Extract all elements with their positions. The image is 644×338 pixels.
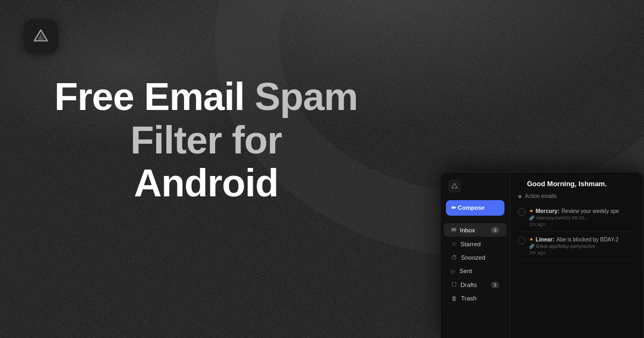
section-diamond-icon: ◆: [518, 193, 522, 199]
email-subject-2: Abe is blocked by BDAY-2: [557, 237, 619, 243]
main-content: ✳ Good Morning, Ishmam. ◆ Action emails …: [510, 172, 643, 338]
email-sender-1: Mercury:: [536, 208, 559, 214]
svg-marker-2: [452, 183, 458, 188]
greeting-row: ✳ Good Morning, Ishmam.: [518, 180, 636, 188]
section-label-row: ◆ Action emails: [518, 193, 636, 199]
drafts-icon: ☐: [451, 281, 457, 288]
nav-item-snoozed[interactable]: ⏱ Snoozed: [444, 251, 507, 264]
nav-item-starred[interactable]: ☆ Starred: [444, 237, 507, 251]
main-headline: Good Morning, Ishmam. Free Email Spam Fi…: [24, 75, 389, 205]
email-star-1: ★: [529, 208, 533, 214]
compose-button[interactable]: ✏ Compose: [446, 200, 504, 216]
drafts-label: Drafts: [460, 282, 477, 288]
nav-item-inbox[interactable]: ✉ Inbox 3: [444, 223, 507, 237]
snoozed-icon: ⏱: [451, 254, 457, 261]
email-link-1: 🔗 mercury.com/01-08-23...: [529, 215, 636, 221]
trash-label: Trash: [461, 295, 477, 302]
email-link-2: 🔗 linear.app/bday-party/active: [529, 244, 636, 249]
email-time-1: 2m ago: [529, 222, 636, 227]
logo-wrapper: [24, 19, 58, 54]
nav-item-trash[interactable]: 🗑 Trash: [444, 292, 507, 305]
email-content-1: ★ Mercury: Review your weekly spe 🔗 merc…: [529, 208, 636, 227]
snoozed-label: Snoozed: [461, 254, 485, 261]
logo-icon: [32, 28, 49, 45]
email-subject-1: Review your weekly spe: [561, 208, 619, 214]
sent-label: Sent: [459, 268, 472, 274]
greeting-text: Good Morning, Ishmam.: [527, 180, 607, 188]
inbox-label: Inbox: [460, 227, 475, 233]
app-mockup: ✏ Compose ✉ Inbox 3 ☆ Starred ⏱ Sno: [440, 172, 644, 338]
headline-section: Good Morning, Ishmam. Free Email Spam Fi…: [24, 75, 389, 205]
email-item-mercury[interactable]: ★ Mercury: Review your weekly spe 🔗 merc…: [518, 203, 636, 232]
email-checkbox-1[interactable]: [518, 208, 525, 216]
email-star-2: ★: [529, 237, 533, 242]
inbox-badge: 3: [491, 227, 499, 233]
sent-icon: ▷: [451, 268, 456, 274]
sidebar: ✏ Compose ✉ Inbox 3 ☆ Starred ⏱ Sno: [441, 172, 510, 338]
nav-item-drafts[interactable]: ☐ Drafts 1: [444, 278, 507, 291]
sidebar-logo-icon: [448, 180, 461, 193]
inbox-icon: ✉: [451, 226, 456, 233]
logo-box: [24, 19, 58, 54]
drafts-badge: 1: [491, 282, 499, 288]
trash-icon: 🗑: [451, 295, 457, 302]
email-time-2: 2m ago: [529, 250, 636, 255]
mockup-window: ✏ Compose ✉ Inbox 3 ☆ Starred ⏱ Sno: [440, 172, 644, 338]
email-sender-2: Linear:: [536, 236, 554, 243]
starred-label: Starred: [460, 241, 481, 247]
email-checkbox-2[interactable]: [518, 237, 525, 244]
compose-label: ✏ Compose: [451, 204, 485, 211]
email-item-linear[interactable]: ★ Linear: Abe is blocked by BDAY-2 🔗 lin…: [518, 232, 636, 260]
starred-icon: ☆: [451, 240, 457, 247]
nav-item-sent[interactable]: ▷ Sent: [444, 264, 507, 277]
section-label-text: Action emails: [525, 193, 557, 199]
email-content-2: ★ Linear: Abe is blocked by BDAY-2 🔗 lin…: [529, 236, 636, 255]
sidebar-logo: [441, 180, 510, 200]
greeting-sun-icon: ✳: [518, 180, 524, 188]
